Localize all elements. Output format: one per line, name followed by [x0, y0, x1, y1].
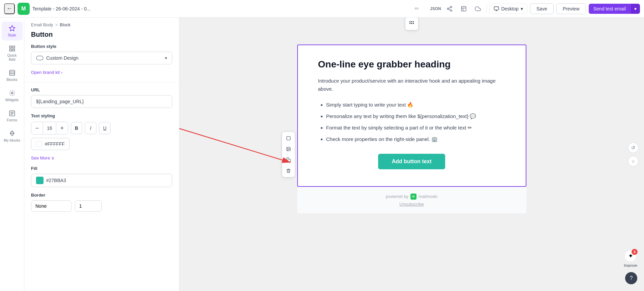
svg-rect-23 [409, 21, 410, 22]
share-button[interactable] [444, 3, 455, 14]
improve-label: Improve [624, 263, 637, 267]
fill-color-row[interactable]: #27BBA3 [31, 174, 172, 187]
sidebar-widgets-label: Widgets [5, 98, 19, 102]
scroll-down-button[interactable]: ○ [628, 156, 639, 167]
brand-kit-link[interactable]: Open brand kit › [24, 70, 179, 82]
improve-icon: ✦ 4 [624, 250, 637, 262]
divider [24, 82, 179, 82]
sidebar-item-forms[interactable]: Forms [2, 107, 23, 125]
block-grid-icon[interactable] [407, 19, 417, 29]
properties-panel: Email Body > Block Button Button style C… [24, 18, 179, 291]
send-caret-button[interactable]: ▾ [631, 4, 640, 14]
sidebar-item-quick-add[interactable]: Quick Add [2, 42, 23, 65]
breadcrumb-current: Block [60, 22, 70, 27]
svg-rect-24 [411, 21, 412, 22]
edit-icon[interactable]: ✏ [415, 5, 419, 12]
sidebar-item-widgets[interactable]: Widgets [2, 86, 23, 105]
italic-button[interactable]: I [85, 122, 96, 134]
email-body-text[interactable]: Introduce your product/service with an i… [318, 77, 505, 93]
improve-badge: 4 [632, 249, 638, 255]
delete-icon[interactable] [283, 166, 294, 176]
border-style-input[interactable] [31, 200, 71, 212]
logo: M [18, 3, 30, 15]
svg-point-18 [11, 92, 13, 94]
sidebar-item-my-blocks[interactable]: My blocks [2, 127, 23, 146]
see-more-link[interactable]: See More ∨ [24, 155, 179, 166]
dropdown-label: Custom Design [46, 55, 162, 61]
list-item: Simply start typing to write your text 🔥 [326, 100, 505, 110]
email-footer: powered by M mailmodo Unsubscribe [297, 187, 526, 213]
save-button[interactable]: Save [530, 3, 554, 14]
unsubscribe-link[interactable]: Unsubscribe [304, 202, 520, 207]
device-selector[interactable]: Desktop ▾ [489, 4, 527, 14]
list-item: Check more properties on the right-side … [326, 134, 505, 144]
breadcrumb: Email Body > Block [24, 18, 179, 29]
cloud-button[interactable] [472, 3, 484, 14]
text-color-swatch [36, 141, 42, 147]
border-width-input[interactable] [75, 200, 102, 212]
send-test-email-button[interactable]: Send test email [589, 4, 631, 14]
svg-rect-8 [494, 7, 499, 10]
improve-button[interactable]: ✦ 4 Improve [624, 250, 637, 267]
svg-point-31 [287, 148, 288, 149]
dropdown-icon [36, 56, 43, 60]
url-section: URL [24, 87, 179, 113]
url-label: URL [31, 87, 172, 92]
svg-rect-29 [286, 136, 290, 140]
sidebar-item-style[interactable]: Style [2, 22, 23, 40]
left-toolbar [282, 132, 295, 177]
underline-button[interactable]: U [99, 122, 111, 134]
divider [486, 5, 487, 13]
fill-section: Fill #27BBA3 [24, 166, 179, 193]
sidebar-quick-add-label: Quick Add [4, 53, 21, 61]
scroll-indicator: ↺ ○ [628, 142, 639, 167]
svg-line-34 [179, 125, 290, 163]
text-color-value: #FFFFFF [45, 141, 65, 147]
bold-button[interactable]: B [71, 122, 82, 134]
email-block: One-line eye grabber heading Introduce y… [297, 45, 526, 187]
image-icon[interactable] [283, 144, 294, 154]
svg-rect-27 [411, 23, 412, 24]
text-styling-section: Text styling − + B I U #FFFFFF [24, 113, 179, 155]
list-item: Format the text by simply selecting a pa… [326, 123, 505, 133]
template-title: Template - 26-06-2024 - 0... [32, 6, 412, 11]
sidebar-item-blocks[interactable]: Blocks [2, 66, 23, 85]
svg-point-0 [451, 6, 452, 8]
email-cta-button[interactable]: Add button text [378, 154, 445, 169]
email-heading[interactable]: One-line eye grabber heading [318, 59, 505, 70]
svg-rect-11 [9, 46, 11, 48]
url-input[interactable] [31, 95, 172, 108]
svg-rect-26 [409, 23, 410, 24]
sidebar-my-blocks-label: My blocks [4, 138, 20, 142]
sidebar-blocks-label: Blocks [6, 78, 17, 82]
font-size-decrease[interactable]: − [31, 122, 43, 134]
button-style-dropdown[interactable]: Custom Design ▾ [31, 52, 172, 64]
sidebar-forms-label: Forms [7, 118, 17, 122]
canvas-area: One-line eye grabber heading Introduce y… [179, 18, 644, 291]
svg-rect-32 [288, 159, 290, 162]
font-size-input[interactable] [43, 122, 56, 134]
json-button[interactable]: JSON [430, 3, 441, 14]
block-toolbar [405, 18, 419, 30]
svg-rect-15 [9, 70, 14, 76]
help-button[interactable]: ? [625, 272, 637, 284]
fill-color-swatch [36, 177, 43, 184]
fill-color-value: #27BBA3 [46, 178, 66, 183]
text-color-row[interactable]: #FFFFFF [31, 138, 70, 150]
back-button[interactable]: ← [4, 3, 15, 14]
icon-sidebar: Style Quick Add Blocks Widgets Forms My … [0, 18, 24, 291]
font-size-increase[interactable]: + [56, 122, 68, 134]
topbar: ← M Template - 26-06-2024 - 0... ✏ JSON … [0, 0, 644, 18]
text-styling-label: Text styling [31, 113, 172, 118]
section-icon[interactable] [283, 133, 294, 143]
copy-icon[interactable] [283, 155, 294, 165]
svg-rect-14 [12, 49, 14, 51]
preview-button[interactable]: Preview [556, 3, 586, 14]
font-size-control: − + [31, 122, 68, 135]
border-section: Border [24, 193, 179, 217]
scroll-refresh-button[interactable]: ↺ [628, 142, 639, 153]
template-button[interactable] [458, 3, 469, 14]
svg-point-1 [448, 8, 449, 9]
breadcrumb-email-body[interactable]: Email Body [31, 22, 53, 27]
svg-rect-25 [413, 21, 414, 22]
